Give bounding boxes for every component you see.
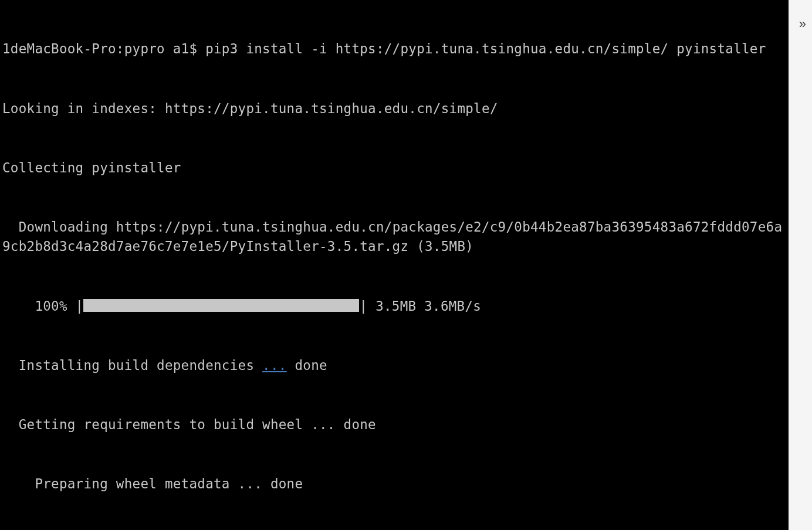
term-line: Preparing wheel metadata ... done <box>2 474 786 494</box>
progress-line: 100% || 3.5MB 3.6MB/s <box>2 297 786 317</box>
ellipsis-link[interactable]: ... <box>262 358 287 373</box>
term-line: Downloading https://pypi.tuna.tsinghua.e… <box>2 218 786 257</box>
term-line: Collecting pyinstaller <box>2 158 786 178</box>
progress-bar <box>83 299 359 312</box>
terminal[interactable]: 1deMacBook-Pro:pypro a1$ pip3 install -i… <box>0 0 789 530</box>
overflow-double-arrow-icon[interactable]: » <box>799 16 806 32</box>
right-gutter <box>789 0 812 530</box>
term-line: Looking in indexes: https://pypi.tuna.ts… <box>2 99 786 119</box>
term-line: Getting requirements to build wheel ... … <box>2 415 786 435</box>
term-line: 1deMacBook-Pro:pypro a1$ pip3 install -i… <box>2 39 786 59</box>
term-line: Installing build dependencies ... done <box>2 356 786 376</box>
